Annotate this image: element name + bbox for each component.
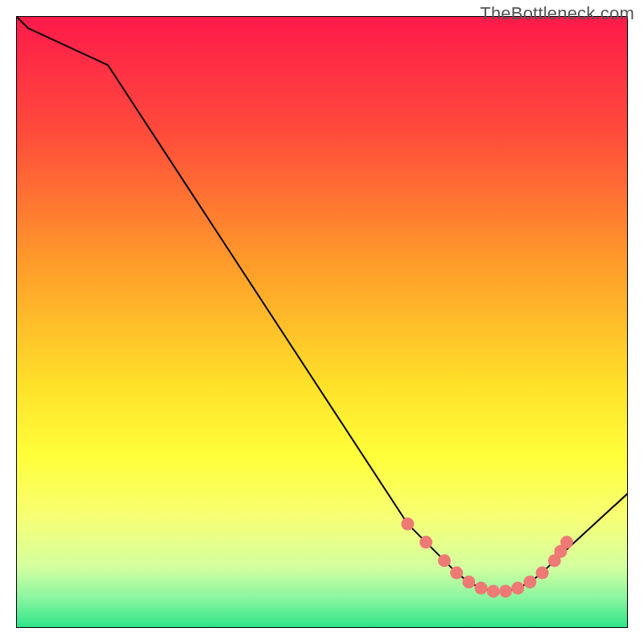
data-point (401, 518, 414, 530)
data-point (560, 536, 573, 549)
bottleneck-chart (16, 16, 628, 628)
data-point (523, 576, 536, 588)
data-point (419, 536, 432, 549)
plot-area (16, 16, 628, 628)
data-point (475, 582, 488, 595)
data-point (487, 584, 500, 597)
data-point (438, 554, 451, 567)
data-point (450, 567, 463, 580)
data-point (462, 576, 475, 588)
watermark-text: TheBottleneck.com (480, 3, 634, 24)
data-point (511, 582, 524, 595)
gradient-background (16, 16, 628, 628)
chart-container: TheBottleneck.com (0, 0, 644, 644)
data-point (499, 584, 512, 597)
data-point (536, 567, 549, 580)
